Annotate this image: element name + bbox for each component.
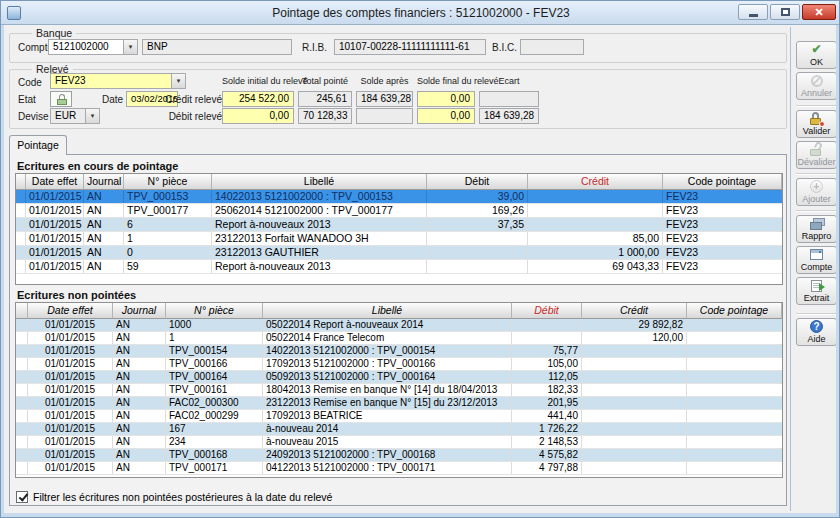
cell-code-pointage [687, 436, 782, 448]
table-row[interactable]: 01/01/2015 AN 1 05022014 France Telecom … [16, 332, 782, 345]
code-combobox[interactable]: FEV23 ▾ [50, 73, 186, 89]
table-row[interactable]: 01/01/2015 AN TPV_000166 17092013 512100… [16, 358, 782, 371]
devise-dropdown-icon[interactable]: ▾ [85, 109, 99, 123]
debit-solde-initial-field[interactable]: 0,00 [222, 108, 294, 124]
credit-total-pointe-field: 245,61 [298, 91, 352, 107]
credit-header[interactable]: Crédit [582, 303, 687, 319]
compte-combobox[interactable]: 5121002000 ▾ [48, 39, 138, 55]
cell-credit [582, 436, 687, 448]
devise-combobox[interactable]: EUR ▾ [50, 108, 100, 124]
table-row[interactable]: 01/01/2015 AN TPV_000177 25062014 512100… [16, 204, 782, 218]
unpointed-entries-table: Date effet Journal N° pièce Libellé Débi… [15, 302, 783, 478]
cell-piece: 59 [124, 260, 212, 273]
cell-debit: 39,00 [427, 190, 528, 203]
devise-value: EUR [55, 110, 76, 121]
piece-header[interactable]: N° pièce [124, 174, 212, 190]
debit-solde-apres-field [356, 108, 413, 124]
credit-solde-initial-field[interactable]: 254 522,00 [222, 91, 294, 107]
rib-label: R.I.B. [302, 42, 327, 53]
minimize-button[interactable] [738, 4, 768, 20]
cell-piece: FAC02_000300 [166, 397, 263, 409]
cell-code-pointage: FEV23 [663, 218, 782, 231]
pointage-dialog: Pointage des comptes financiers : 512100… [0, 0, 840, 518]
table-row[interactable]: 01/01/2015 AN TPV_000154 14022013 512100… [16, 345, 782, 358]
aide-button-label: Aide [807, 334, 825, 344]
close-button[interactable]: ✕ [802, 4, 836, 20]
cell-debit: 37,35 [427, 218, 528, 231]
row-gutter-cell [16, 260, 26, 273]
code-pointage-header[interactable]: Code pointage [687, 303, 782, 319]
cell-code-pointage [687, 345, 782, 357]
compte-button[interactable]: Compte [796, 246, 837, 274]
debit-header[interactable]: Débit [512, 303, 582, 319]
table-row[interactable]: 01/01/2015 AN 1000 05022014 Report à-nou… [16, 319, 782, 332]
rappro-button-label: Rappro [802, 231, 832, 241]
table-row[interactable]: 01/01/2015 AN 6 Report à-nouveaux 2013 3… [16, 218, 782, 232]
cell-credit: 29 892,82 [582, 319, 687, 331]
table-row[interactable]: 01/01/2015 AN 59 Report à-nouveaux 2013 … [16, 260, 782, 274]
bank-name-field: BNP [142, 39, 292, 55]
cell-journal: AN [113, 410, 166, 422]
credit-solde-final-field[interactable]: 0,00 [417, 91, 475, 107]
cell-date: 01/01/2015 [28, 410, 113, 422]
extrait-button[interactable]: Extrait [796, 277, 837, 305]
libelle-header[interactable]: Libellé [212, 174, 427, 190]
cell-libelle: 23122013 Forfait WANADOO 3H [212, 232, 427, 245]
cell-libelle: 17092013 BEATRICE [263, 410, 512, 422]
cell-libelle: 23122013 Remise en banque N° [15] du 23/… [263, 397, 512, 409]
table-row[interactable]: 01/01/2015 AN TPV_000171 04122013 512100… [16, 462, 782, 475]
cell-credit [582, 345, 687, 357]
code-label: Code [18, 77, 42, 88]
cell-debit: 75,77 [512, 345, 582, 357]
ok-button-label: OK [810, 57, 823, 67]
filter-checkbox[interactable] [16, 491, 28, 503]
table-row[interactable]: 01/01/2015 AN TPV_000161 18042013 Remise… [16, 384, 782, 397]
cell-piece: TPV_000166 [166, 358, 263, 370]
maximize-button[interactable] [770, 4, 800, 20]
cell-credit [582, 384, 687, 396]
cell-journal: AN [113, 319, 166, 331]
cell-libelle: Report à-nouveaux 2013 [212, 218, 427, 231]
valider-button[interactable]: Valider [796, 110, 837, 138]
table-row[interactable]: 01/01/2015 AN TPV_000168 24092013 512100… [16, 449, 782, 462]
table-row[interactable]: 01/01/2015 AN FAC02_000300 23122013 Remi… [16, 397, 782, 410]
banque-group: Banque Compte 5121002000 ▾ BNP R.I.B. 10… [9, 33, 787, 63]
compte-dropdown-icon[interactable]: ▾ [123, 40, 137, 54]
banque-group-label: Banque [32, 27, 76, 39]
unpointed-entries-header-row: Date effet Journal N° pièce Libellé Débi… [16, 303, 782, 319]
cell-debit [512, 319, 582, 331]
table-row[interactable]: 01/01/2015 AN 0 23122013 GAUTHIER 1 000,… [16, 246, 782, 260]
rappro-button[interactable]: Rappro [796, 215, 837, 243]
table-row[interactable]: 01/01/2015 AN 1 23122013 Forfait WANADOO… [16, 232, 782, 246]
code-dropdown-icon[interactable]: ▾ [171, 74, 185, 88]
debit-header[interactable]: Débit [427, 174, 528, 190]
code-pointage-header[interactable]: Code pointage [663, 174, 782, 190]
libelle-header[interactable]: Libellé [263, 303, 512, 319]
table-row[interactable]: 01/01/2015 AN FAC02_000299 17092013 BEAT… [16, 410, 782, 423]
table-row[interactable]: 01/01/2015 AN 234 à-nouveau 2015 2 148,5… [16, 436, 782, 449]
journal-header[interactable]: Journal [84, 174, 124, 190]
cell-code-pointage [687, 410, 782, 422]
aide-button[interactable]: ? Aide [796, 318, 837, 346]
cell-code-pointage: FEV23 [663, 246, 782, 259]
row-gutter-cell [16, 371, 28, 383]
cell-credit [582, 462, 687, 474]
debit-solde-final-field[interactable]: 0,00 [417, 108, 475, 124]
cell-piece: TPV_000164 [166, 371, 263, 383]
table-row[interactable]: 01/01/2015 AN TPV_000153 14022013 512100… [16, 190, 782, 204]
cell-journal: AN [113, 358, 166, 370]
table-row[interactable]: 01/01/2015 AN TPV_000164 05092013 512100… [16, 371, 782, 384]
cell-credit [582, 449, 687, 461]
date-effet-header[interactable]: Date effet [26, 174, 84, 190]
table-row[interactable]: 01/01/2015 AN 167 à-nouveau 2014 1 726,2… [16, 423, 782, 436]
journal-header[interactable]: Journal [113, 303, 166, 319]
ecart-header: Ecart [479, 76, 539, 86]
cell-date: 01/01/2015 [26, 204, 84, 217]
date-effet-header[interactable]: Date effet [28, 303, 113, 319]
piece-header[interactable]: N° pièce [166, 303, 263, 319]
tab-pointage[interactable]: Pointage [9, 135, 67, 155]
credit-header[interactable]: Crédit [528, 174, 663, 190]
filter-row: Filtrer les écritures non pointées posté… [16, 491, 332, 503]
cell-code-pointage [687, 423, 782, 435]
cell-date: 01/01/2015 [28, 397, 113, 409]
